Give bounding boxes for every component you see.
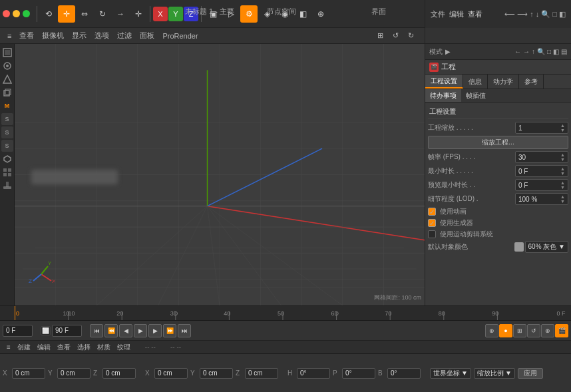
back-btn[interactable]: ← <box>514 48 521 55</box>
checkbox-animation-icon[interactable]: ✓ <box>428 208 436 216</box>
tab-dynamics[interactable]: 动力学 <box>488 75 519 89</box>
rotate-btn[interactable]: ↻ <box>94 5 111 23</box>
spinner-lod[interactable]: ▲ ▼ <box>560 194 565 204</box>
menu-file[interactable]: 文件 <box>431 9 445 19</box>
pos-z-field[interactable]: 0 cm <box>102 368 136 379</box>
undo-btn[interactable]: ⟲ <box>40 5 57 23</box>
menu-options[interactable]: 选项 <box>91 30 112 41</box>
timeline-btn[interactable]: ⊞ <box>513 324 526 337</box>
grid-icon[interactable]: ⊞ <box>374 31 387 41</box>
apply-btn[interactable]: 应用 <box>518 368 543 379</box>
prev-frame-btn[interactable]: ◀ <box>119 324 132 337</box>
search-icon[interactable]: 🔍 <box>537 48 545 55</box>
current-frame-field[interactable]: 0 F <box>3 325 33 337</box>
motion-btn[interactable]: 🎬 <box>555 324 568 337</box>
left-icon-poly[interactable] <box>1 153 13 165</box>
bottom-menu-toggle[interactable]: ≡ <box>4 343 13 351</box>
record-btn[interactable]: ● <box>499 324 512 337</box>
plus-btn[interactable]: ✛ <box>130 5 147 23</box>
next-frame-btn[interactable]: ▶ <box>148 324 162 337</box>
spinner-fps[interactable]: ▲ ▼ <box>560 152 565 162</box>
viewport[interactable]: 透视视图 默认摄像机 📷 <box>15 44 425 305</box>
left-icon-grid[interactable] <box>1 166 13 178</box>
viewport-canvas[interactable]: 透视视图 默认摄像机 📷 <box>15 44 425 305</box>
menu-prorender[interactable]: ProRender <box>159 31 201 41</box>
panel-btn2[interactable]: ◧ <box>553 48 559 55</box>
left-icon-s3[interactable]: S <box>1 140 13 152</box>
bottom-menu-create[interactable]: 创建 <box>15 342 33 353</box>
menu-view[interactable]: 查看 <box>468 9 482 19</box>
subtab-interpolation[interactable]: 帧插值 <box>461 89 490 102</box>
menu-panels[interactable]: 面板 <box>136 30 158 41</box>
play-btn[interactable]: ▶ <box>134 324 147 337</box>
y-axis-btn[interactable]: Y <box>168 7 183 21</box>
maximize-btn[interactable] <box>23 10 30 17</box>
color-picker-btn[interactable]: 60% 灰色 ▼ <box>525 241 568 253</box>
close-btn[interactable] <box>3 10 10 17</box>
rot-x-field[interactable]: 0 cm <box>154 368 188 379</box>
rot-z-field[interactable]: 0 cm <box>245 368 278 379</box>
spinner-prev-min[interactable]: ▲ ▼ <box>560 180 565 190</box>
scale-mode-select[interactable]: 缩放比例 ▼ <box>474 368 515 379</box>
go-end-btn[interactable]: ⏭ <box>178 324 191 337</box>
h-field[interactable]: 0° <box>297 368 330 379</box>
next-key-btn[interactable]: ⏩ <box>163 324 176 337</box>
left-icon-s1[interactable]: S <box>1 113 13 125</box>
coord-system-select[interactable]: 世界坐标 ▼ <box>430 368 471 379</box>
p-field[interactable]: 0° <box>342 368 375 379</box>
end-frame-field[interactable]: 90 F <box>52 325 82 337</box>
left-icon-1[interactable] <box>1 47 13 59</box>
pos-y-field[interactable]: 0 cm <box>57 368 91 379</box>
menu-filter[interactable]: 过滤 <box>114 30 135 41</box>
panel-btn1[interactable]: □ <box>547 48 551 55</box>
forward-btn[interactable]: → <box>523 48 530 55</box>
scale-project-btn[interactable]: 缩放工程... <box>428 136 568 149</box>
panel-btn3[interactable]: ▤ <box>561 48 567 55</box>
left-icon-paint[interactable] <box>1 180 13 192</box>
pos-x-field[interactable]: 0 cm <box>12 368 45 379</box>
undo-view-icon[interactable]: ↺ <box>389 31 402 41</box>
b-field[interactable]: 0° <box>387 368 421 379</box>
rot-y-field[interactable]: 0 cm <box>200 368 233 379</box>
x-axis-btn[interactable]: X <box>153 7 168 21</box>
redo-view-icon[interactable]: ↻ <box>405 31 417 41</box>
left-icon-3[interactable] <box>1 73 13 85</box>
checkbox-motion-clip[interactable]: 使用运动剪辑系统 <box>428 230 568 239</box>
minimize-btn[interactable] <box>13 10 20 17</box>
left-icon-m[interactable]: M <box>1 100 13 112</box>
go-start-btn[interactable]: ⏮ <box>90 324 103 337</box>
left-icon-cube[interactable] <box>1 87 13 98</box>
auto-key-btn[interactable]: ⊕ <box>541 324 554 337</box>
add-keyframe-btn[interactable]: ⊕ <box>485 324 498 337</box>
menu-view-item[interactable]: 查看 <box>16 30 37 41</box>
prev-key-btn[interactable]: ⏪ <box>104 324 118 337</box>
bottom-menu-view[interactable]: 查看 <box>55 342 73 353</box>
tab-info[interactable]: 信息 <box>463 75 488 89</box>
menu-edit[interactable]: 编辑 <box>449 9 464 19</box>
checkbox-generator[interactable]: ✓ 使用生成器 <box>428 218 568 228</box>
bottom-menu-material[interactable]: 材质 <box>95 342 113 353</box>
bottom-menu-select[interactable]: 选择 <box>75 342 93 353</box>
timeline-track[interactable]: 0 10 10 20 3D 40 50 6D 70 80 90 <box>15 306 551 320</box>
color-swatch[interactable] <box>514 242 524 252</box>
menu-toggle[interactable]: ≡ <box>4 31 15 41</box>
tab-reference[interactable]: 参考 <box>519 75 544 89</box>
left-icon-2[interactable] <box>1 60 13 72</box>
checkbox-animation[interactable]: ✓ 使用动画 <box>428 207 568 216</box>
left-icon-s2[interactable]: S <box>1 126 13 138</box>
bottom-menu-texture[interactable]: 纹理 <box>114 342 133 353</box>
tab-project-settings[interactable]: 工程设置 <box>425 75 463 89</box>
spinner-min-dur[interactable]: ▲ ▼ <box>560 166 565 176</box>
menu-camera[interactable]: 摄像机 <box>39 30 67 41</box>
up-btn[interactable]: ↑ <box>532 48 535 55</box>
mode-arrow[interactable]: ▶ <box>445 48 451 55</box>
pointer-btn[interactable]: → <box>112 5 129 23</box>
loop-btn[interactable]: ↺ <box>527 324 540 337</box>
scale-btn[interactable]: ⇔ <box>76 5 93 23</box>
checkbox-generator-icon[interactable]: ✓ <box>428 219 436 227</box>
subtab-todo[interactable]: 待办事项 <box>425 89 461 102</box>
bottom-menu-edit[interactable]: 编辑 <box>35 342 53 353</box>
checkbox-motion-clip-icon[interactable] <box>428 230 436 238</box>
move-btn[interactable]: ✛ <box>58 5 75 23</box>
spinner-scale[interactable]: ▲ ▼ <box>560 123 565 132</box>
